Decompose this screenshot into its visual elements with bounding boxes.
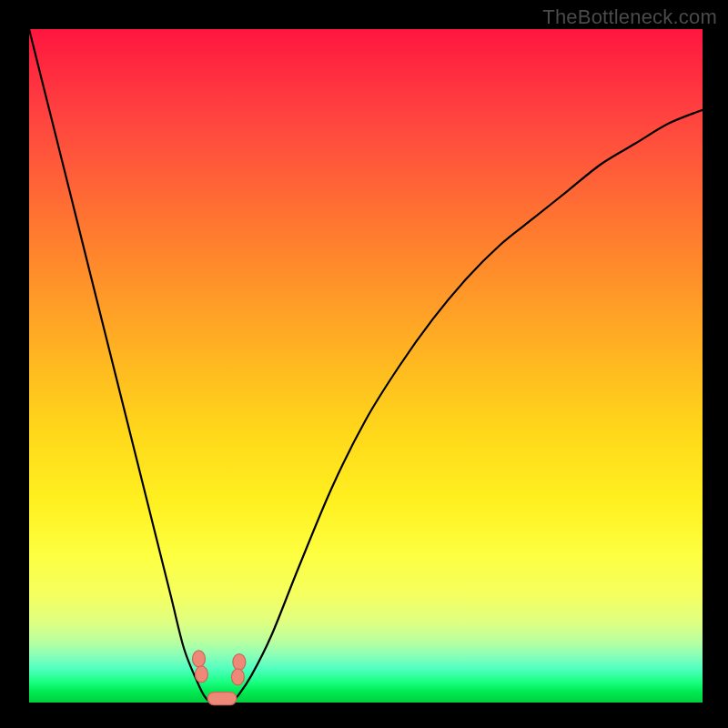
outer-frame: TheBottleneck.com bbox=[0, 0, 728, 728]
bottleneck-curve bbox=[29, 29, 703, 703]
valley-bar bbox=[207, 693, 237, 705]
right-edge-marker-top bbox=[233, 654, 246, 671]
left-edge-marker-bottom bbox=[195, 666, 207, 682]
watermark-text: TheBottleneck.com bbox=[542, 5, 717, 29]
curve-layer bbox=[29, 29, 703, 703]
plot-area bbox=[29, 29, 703, 703]
right-edge-marker-bottom bbox=[231, 669, 244, 685]
left-edge-marker-top bbox=[192, 651, 205, 667]
